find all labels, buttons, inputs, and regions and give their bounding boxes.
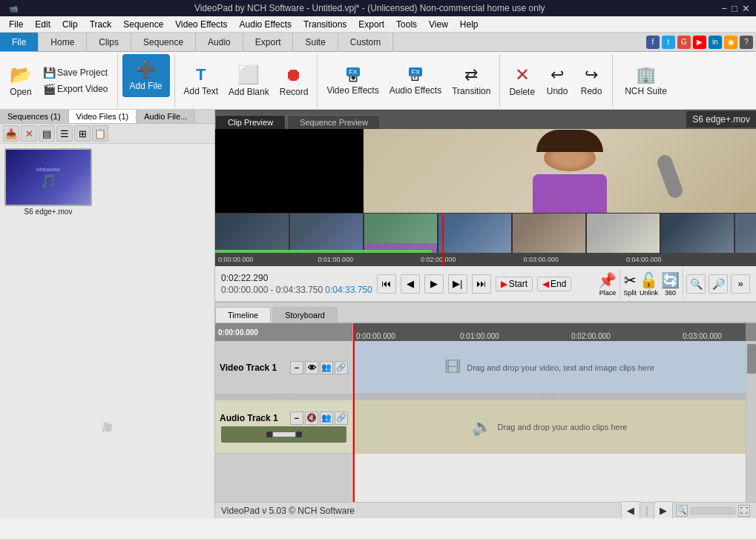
menu-help[interactable]: Help — [454, 18, 484, 31]
fullscreen-btn[interactable]: ⛶ — [738, 505, 750, 517]
menu-video-effects[interactable]: Video Effects — [169, 18, 233, 31]
skip-start-button[interactable]: ⏮ — [377, 274, 396, 294]
track-minus-icon[interactable]: − — [290, 361, 303, 374]
track-link-icon2[interactable]: 🔗 — [335, 411, 348, 425]
end-marker-button[interactable]: ◀ End — [537, 277, 571, 291]
unlink-button[interactable]: 🔓 Unlink — [640, 271, 658, 297]
left-panel: Sequences (1) Video Files (1) Audio File… — [0, 110, 215, 518]
preview-main-video[interactable] — [364, 129, 756, 213]
import-button[interactable]: 📥 — [3, 125, 19, 142]
scrollbar-thumb[interactable] — [747, 344, 756, 374]
delete-icon: ✕ — [515, 65, 530, 85]
tab-clips[interactable]: Clips — [87, 33, 131, 51]
tab-custom[interactable]: Custom — [338, 33, 393, 51]
tab-sequence[interactable]: Sequence — [131, 33, 196, 51]
place-button[interactable]: 📌 Place — [598, 271, 617, 297]
scrub-line[interactable] — [442, 213, 444, 266]
tab-timeline[interactable]: Timeline — [215, 307, 271, 323]
close-button[interactable]: ✕ — [742, 3, 750, 14]
tab-clip-preview[interactable]: Clip Preview — [215, 115, 286, 129]
track-split-handle[interactable]: · · · · · — [215, 394, 352, 400]
ruler-mark-0: 0:00:00.000 — [218, 256, 254, 263]
track-mute-icon[interactable]: 🔇 — [305, 411, 318, 425]
export-video-button[interactable]: 🎬 Export Video — [39, 82, 113, 96]
audio-effects-button[interactable]: 🎚 FX Audio Effects — [385, 59, 447, 103]
google-icon[interactable]: G — [677, 36, 691, 49]
menu-view[interactable]: View — [423, 18, 454, 31]
menu-track[interactable]: Track — [84, 18, 118, 31]
minimize-button[interactable]: − — [722, 3, 728, 14]
scroll-right-btn[interactable]: ▶ — [654, 501, 673, 519]
zoom-slider[interactable] — [691, 507, 735, 515]
menu-transitions[interactable]: Transitions — [298, 18, 352, 31]
menu-clip[interactable]: Clip — [56, 18, 84, 31]
menu-export[interactable]: Export — [352, 18, 390, 31]
audio-track-area[interactable]: 🔊 Drag and drop your audio clips here — [353, 400, 746, 454]
menu-tools[interactable]: Tools — [390, 18, 423, 31]
zoom-out-button[interactable]: 🔎 — [709, 274, 728, 294]
play-button[interactable]: ▶ — [424, 274, 444, 294]
track-group-icon2[interactable]: 👥 — [320, 411, 333, 425]
tab-file[interactable]: File — [0, 33, 39, 51]
title-bar-controls: − □ ✕ — [722, 3, 750, 14]
tab-video-files[interactable]: Video Files (1) — [69, 110, 137, 123]
tab-export[interactable]: Export — [243, 33, 294, 51]
status-right: ◀ ▶ 🔍 ⛶ — [621, 501, 750, 519]
record-button[interactable]: ⏺ Record — [275, 59, 313, 103]
menu-sequence[interactable]: Sequence — [117, 18, 169, 31]
tab-audio-files[interactable]: Audio File... — [137, 110, 195, 123]
transition-button[interactable]: ⇄ Transition — [447, 59, 495, 103]
menu-file[interactable]: File — [3, 18, 29, 31]
track-content-split[interactable]: · · · · · — [353, 394, 746, 400]
open-button[interactable]: 📂 Open — [4, 59, 37, 103]
tab-sequences[interactable]: Sequences (1) — [0, 110, 69, 123]
tab-storyboard[interactable]: Storyboard — [272, 307, 338, 323]
rss-icon[interactable]: ◉ — [724, 36, 737, 49]
maximize-button[interactable]: □ — [732, 3, 737, 14]
track-scrollbar[interactable] — [746, 341, 756, 502]
undo-button[interactable]: ↩ Undo — [541, 59, 573, 103]
skip-end-button[interactable]: ⏭ — [472, 274, 491, 294]
add-file-button[interactable]: ➕ Add File — [122, 54, 170, 97]
track-group-icon[interactable]: 👥 — [320, 361, 333, 374]
help-icon[interactable]: ? — [740, 36, 753, 49]
redo-button[interactable]: ↪ Redo — [575, 59, 608, 103]
delete-button[interactable]: ✕ Delete — [504, 59, 539, 103]
add-blank-button[interactable]: ⬜ Add Blank — [224, 59, 274, 103]
save-project-button[interactable]: 💾 Save Project — [39, 65, 113, 80]
track-minus-icon2[interactable]: − — [290, 411, 303, 425]
linkedin-icon[interactable]: in — [709, 36, 722, 49]
track-eye-icon[interactable]: 👁 — [305, 361, 318, 374]
youtube-icon[interactable]: ▶ — [693, 36, 706, 49]
facebook-icon[interactable]: f — [646, 36, 660, 49]
split-button[interactable]: ✂ Split — [623, 271, 637, 297]
360-button[interactable]: 🔄 360 — [661, 271, 680, 297]
add-text-button[interactable]: T Add Text — [180, 59, 223, 103]
tab-sequence-preview[interactable]: Sequence Preview — [287, 115, 381, 129]
menu-edit[interactable]: Edit — [29, 18, 56, 31]
grid-view-button[interactable]: ⊞ — [74, 125, 91, 142]
nch-suite-button[interactable]: 🏢 NCH Suite — [620, 59, 671, 103]
tab-home[interactable]: Home — [39, 33, 87, 51]
menu-audio-effects[interactable]: Audio Effects — [234, 18, 298, 31]
twitter-icon[interactable]: t — [662, 36, 675, 49]
tab-audio[interactable]: Audio — [196, 33, 243, 51]
list-view-button[interactable]: ☰ — [56, 125, 73, 142]
prev-frame-button[interactable]: ◀ — [401, 274, 420, 294]
track-link-icon[interactable]: 🔗 — [335, 361, 348, 374]
video-effects-button[interactable]: 🎛 FX Video Effects — [322, 59, 383, 103]
zoom-btn[interactable]: 🔍 — [676, 505, 688, 517]
scroll-left-btn[interactable]: ◀ — [621, 501, 640, 519]
video-track-area[interactable]: 🎞 Drag and drop your video, text and ima… — [353, 341, 746, 394]
sort-button[interactable]: ▤ — [39, 125, 55, 142]
more-button[interactable]: » — [731, 274, 750, 294]
remove-button[interactable]: ✕ — [21, 125, 37, 142]
horizontal-scrollbar[interactable] — [646, 506, 648, 516]
next-frame-button[interactable]: ▶| — [448, 274, 467, 294]
list-item[interactable]: Malavida 🎵 S6 edge+.mov — [4, 148, 92, 216]
start-marker-button[interactable]: ▶ Start — [496, 277, 533, 291]
metadata-button[interactable]: 📋 — [92, 125, 108, 142]
zoom-in-button[interactable]: 🔍 — [686, 274, 706, 294]
redo-icon: ↪ — [585, 65, 598, 85]
tab-suite[interactable]: Suite — [293, 33, 338, 51]
